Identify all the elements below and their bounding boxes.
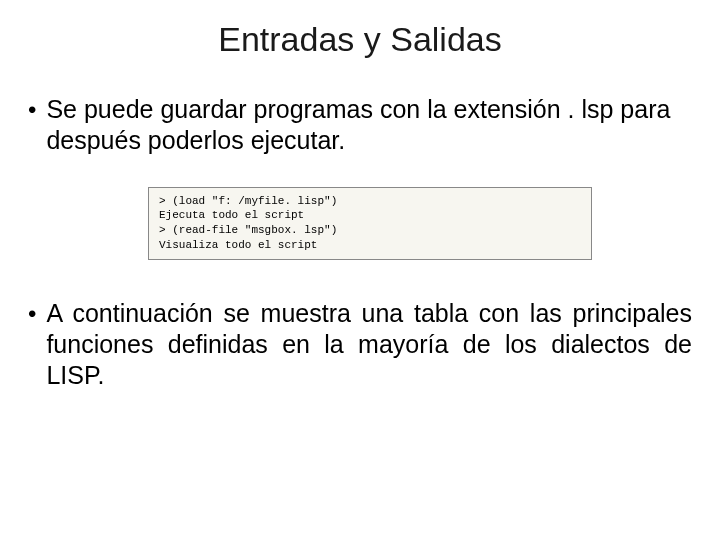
- slide-content: • Se puede guardar programas con la exte…: [0, 94, 720, 392]
- bullet-marker: •: [28, 94, 36, 126]
- code-block: > (load "f: /myfile. lisp") Ejecuta todo…: [148, 187, 592, 260]
- bullet-text: Se puede guardar programas con la extens…: [46, 94, 692, 157]
- bullet-marker: •: [28, 298, 36, 330]
- bullet-text: A continuación se muestra una tabla con …: [46, 298, 692, 392]
- code-block-wrap: > (load "f: /myfile. lisp") Ejecuta todo…: [28, 187, 692, 260]
- slide-title: Entradas y Salidas: [0, 20, 720, 59]
- bullet-item: • Se puede guardar programas con la exte…: [28, 94, 692, 157]
- bullet-item: • A continuación se muestra una tabla co…: [28, 298, 692, 392]
